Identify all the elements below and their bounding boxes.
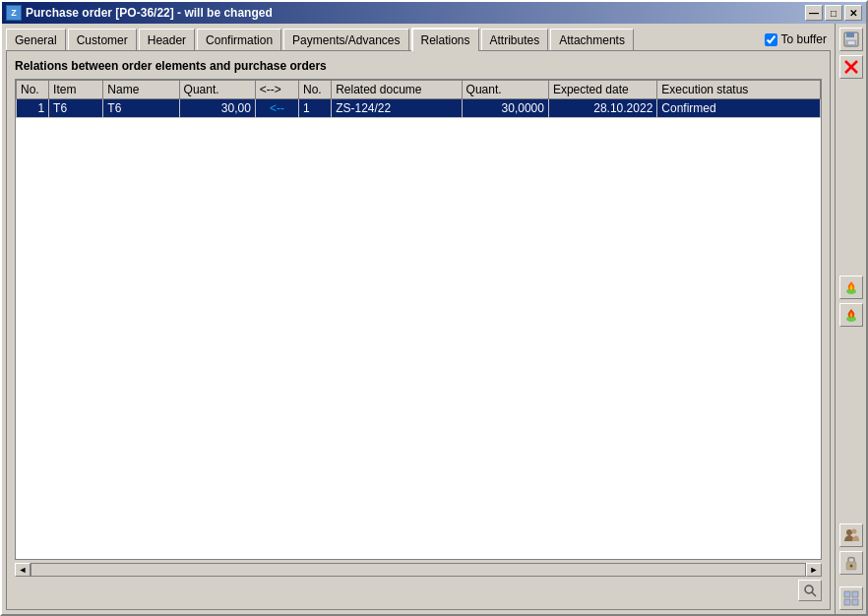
- scroll-right-button[interactable]: ►: [806, 563, 822, 577]
- svg-rect-5: [848, 41, 854, 44]
- grid-button[interactable]: [839, 586, 863, 610]
- scroll-left-button[interactable]: ◄: [15, 563, 31, 577]
- search-icon: [803, 584, 817, 597]
- cell-arrow: <--: [255, 99, 298, 118]
- cell-expected-date: 28.10.2022: [548, 99, 656, 118]
- scrollbar-area: ◄ ►: [15, 562, 822, 578]
- relations-table: No. Item Name Quant. <--> No. Related do…: [16, 80, 821, 118]
- maximize-button[interactable]: □: [825, 5, 842, 21]
- search-bar: [15, 578, 822, 601]
- col-related-doc: Related docume: [332, 81, 462, 99]
- svg-rect-17: [852, 599, 858, 605]
- grid-icon: [843, 590, 859, 606]
- tab-header[interactable]: Header: [139, 29, 195, 50]
- scrollbar-track[interactable]: [31, 563, 806, 577]
- tab-bar: General Customer Header Confirmation Pay…: [6, 28, 634, 50]
- minimize-button[interactable]: —: [805, 5, 823, 21]
- tab-relations[interactable]: Relations: [411, 28, 479, 51]
- section-title: Relations between order elements and pur…: [15, 59, 822, 73]
- svg-point-13: [849, 565, 852, 568]
- save-button[interactable]: [839, 28, 863, 51]
- window-title: Purchase order [PO-36/22] - will be chan…: [26, 6, 273, 20]
- col-name: Name: [103, 81, 179, 99]
- action-button-2[interactable]: [839, 303, 863, 327]
- col-no: No.: [17, 81, 49, 99]
- col-quant: Quant.: [179, 81, 255, 99]
- flame-icon-1: [843, 279, 859, 295]
- header-row: No. Item Name Quant. <--> No. Related do…: [17, 81, 821, 99]
- users-button[interactable]: [839, 524, 863, 547]
- title-buttons: — □ ✕: [805, 5, 862, 21]
- svg-rect-15: [852, 591, 858, 597]
- cell-item: T6: [49, 99, 103, 118]
- tab-payments[interactable]: Payments/Advances: [283, 29, 408, 50]
- to-buffer-area: To buffer: [765, 32, 831, 50]
- svg-line-1: [812, 592, 816, 596]
- tab-confirmation[interactable]: Confirmation: [197, 29, 281, 50]
- delete-icon: [843, 59, 859, 75]
- col-rel-quant: Quant.: [462, 81, 548, 99]
- table-row[interactable]: 1 T6 T6 30,00 <-- 1 ZS-124/22 30,0000 28…: [17, 99, 821, 118]
- tab-content-relations: Relations between order elements and pur…: [6, 50, 831, 610]
- svg-point-10: [846, 529, 852, 535]
- tab-general[interactable]: General: [6, 29, 66, 50]
- svg-point-11: [851, 529, 856, 534]
- relations-table-container: No. Item Name Quant. <--> No. Related do…: [15, 79, 822, 560]
- search-button[interactable]: [798, 580, 822, 601]
- table-body: 1 T6 T6 30,00 <-- 1 ZS-124/22 30,0000 28…: [17, 99, 821, 118]
- to-buffer-label: To buffer: [781, 32, 827, 46]
- svg-rect-14: [844, 591, 850, 597]
- table-header: No. Item Name Quant. <--> No. Related do…: [17, 81, 821, 99]
- lock-button[interactable]: [839, 551, 863, 575]
- tab-customer[interactable]: Customer: [68, 29, 137, 50]
- delete-button[interactable]: [839, 55, 863, 79]
- lock-icon: [843, 555, 859, 571]
- main-content: General Customer Header Confirmation Pay…: [2, 24, 835, 614]
- cell-name: T6: [103, 99, 179, 118]
- users-icon: [843, 527, 859, 543]
- action-button-1[interactable]: [839, 276, 863, 299]
- col-item: Item: [49, 81, 103, 99]
- main-window: Z Purchase order [PO-36/22] - will be ch…: [0, 0, 868, 616]
- col-expected-date: Expected date: [548, 81, 656, 99]
- svg-rect-16: [844, 599, 850, 605]
- window-icon: Z: [6, 5, 22, 21]
- cell-no: 1: [17, 99, 49, 118]
- tab-attachments[interactable]: Attachments: [550, 29, 634, 50]
- cell-rel-quant: 30,0000: [462, 99, 548, 118]
- right-toolbar: [835, 24, 866, 614]
- save-icon: [843, 31, 859, 47]
- title-bar: Z Purchase order [PO-36/22] - will be ch…: [2, 2, 866, 24]
- cell-exec-status: Confirmed: [657, 99, 821, 118]
- cell-rel-no: 1: [299, 99, 332, 118]
- cell-quant: 30,00: [179, 99, 255, 118]
- title-bar-left: Z Purchase order [PO-36/22] - will be ch…: [6, 5, 273, 21]
- col-exec-status: Execution status: [657, 81, 821, 99]
- to-buffer-checkbox[interactable]: [765, 33, 777, 46]
- col-arrow: <-->: [255, 81, 298, 99]
- cell-related-doc: ZS-124/22: [332, 99, 462, 118]
- content-area: General Customer Header Confirmation Pay…: [2, 24, 866, 614]
- tab-attributes[interactable]: Attributes: [481, 29, 549, 50]
- flame-icon-2: [843, 307, 859, 323]
- col-rel-no: No.: [299, 81, 332, 99]
- svg-point-0: [805, 585, 813, 593]
- close-button[interactable]: ✕: [844, 5, 862, 21]
- svg-rect-3: [846, 32, 854, 37]
